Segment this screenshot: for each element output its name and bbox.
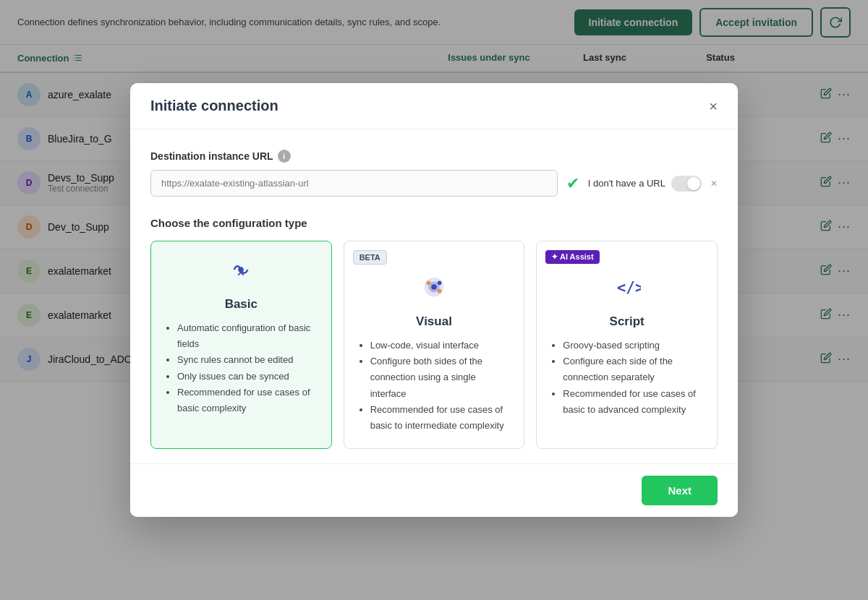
card-icon-basic [164,256,318,290]
modal-footer: Next [130,463,738,517]
modal-title: Initiate connection [150,98,278,114]
url-input[interactable] [150,170,558,197]
toggle-x-icon: ✕ [710,179,718,189]
url-info-icon[interactable]: i [278,150,291,163]
card-list-visual: Low-code, visual interfaceConfigure both… [357,338,511,434]
svg-point-9 [431,284,437,290]
config-card-basic[interactable]: Basic Automatic configuration of basic f… [150,241,332,449]
modal-close-button[interactable]: × [709,99,718,113]
card-icon-visual [357,273,511,307]
url-check-icon: ✔ [566,174,579,193]
svg-point-11 [427,281,431,286]
badge-beta: BETA [353,250,387,265]
modal-overlay: Initiate connection × Destination instan… [0,0,868,600]
card-title-script: Script [550,314,704,329]
no-url-label: I don't have a URL ✕ [588,176,718,192]
card-icon-script: </> [550,273,704,307]
next-button[interactable]: Next [642,476,718,505]
svg-point-10 [438,281,442,286]
config-section-title: Choose the configuration type [150,217,718,229]
svg-text:</>: </> [616,279,640,296]
config-card-script[interactable]: ✦ AI Assist </> Script Groovy-based scri… [536,241,718,449]
badge-ai: ✦ AI Assist [545,250,599,264]
url-field-label: Destination instance URL i [150,150,718,163]
modal-body: Destination instance URL i ✔ I don't hav… [130,129,738,463]
initiate-connection-modal: Initiate connection × Destination instan… [130,83,738,517]
card-title-basic: Basic [164,297,318,312]
card-title-visual: Visual [357,314,511,329]
modal-header: Initiate connection × [130,83,738,129]
config-card-visual[interactable]: BETA Visual Low-code, visual interfaceCo… [344,241,525,449]
url-row: ✔ I don't have a URL ✕ [150,170,718,197]
svg-point-12 [438,289,442,293]
card-list-script: Groovy-based scriptingConfigure each sid… [550,338,704,417]
card-list-basic: Automatic configuration of basic fieldsS… [164,320,318,416]
no-url-toggle[interactable] [671,176,702,192]
config-cards: Basic Automatic configuration of basic f… [150,241,718,449]
